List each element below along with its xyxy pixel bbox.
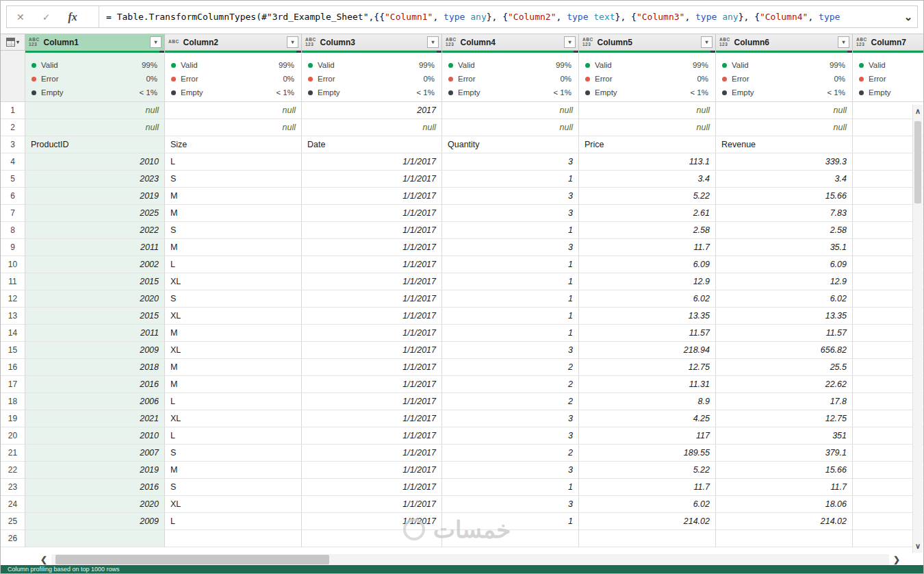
cell	[716, 530, 853, 547]
horizontal-scroll-thumb[interactable]	[55, 555, 329, 564]
table-row: 182006L1/1/201728.917.8	[1, 393, 924, 410]
cell: null	[579, 102, 716, 119]
quality-percent: 99%	[142, 61, 157, 69]
cell: S	[165, 171, 302, 188]
quality-gutter	[1, 51, 25, 102]
row-number[interactable]: 1	[1, 102, 25, 119]
column-quality-panel: Valid99%Error0%Empty< 1%	[442, 51, 579, 102]
row-number[interactable]: 26	[1, 530, 25, 547]
quality-line-error: Error0%	[442, 72, 578, 86]
row-number[interactable]: 11	[1, 273, 25, 290]
column-type-icon: ABC	[168, 40, 179, 45]
row-number[interactable]: 6	[1, 188, 25, 205]
row-number[interactable]: 14	[1, 325, 25, 342]
cell: 2002	[25, 256, 165, 273]
cell: 1/1/2017	[302, 342, 442, 359]
scroll-up-icon[interactable]: ∧	[913, 107, 923, 116]
expand-formula-bar-icon[interactable]: ⌄	[899, 12, 917, 22]
quality-label: Empty	[41, 88, 64, 97]
vertical-scroll-thumb[interactable]	[914, 121, 921, 203]
cell: 5.22	[579, 188, 716, 205]
quality-line-valid: Valid99%	[716, 58, 852, 72]
quality-line-valid: Valid99%	[165, 58, 301, 72]
cell: null	[716, 102, 853, 119]
column-header-column3[interactable]: ABC123Column3▾	[302, 34, 442, 51]
column-header-label: Column4	[461, 38, 496, 47]
fx-icon[interactable]: fx	[68, 11, 77, 23]
error-dot-icon	[585, 77, 590, 82]
cell: 1/1/2017	[302, 205, 442, 222]
horizontal-scroll-track[interactable]	[51, 554, 889, 565]
cell: 12.75	[579, 359, 716, 376]
column-header-column5[interactable]: ABC123Column5▾	[579, 34, 716, 51]
row-number[interactable]: 7	[1, 205, 25, 222]
row-number[interactable]: 12	[1, 290, 25, 308]
cell: M	[165, 205, 302, 222]
quality-label: Error	[458, 75, 476, 83]
filter-dropdown-button[interactable]: ▾	[564, 36, 576, 48]
row-number[interactable]: 23	[1, 479, 25, 496]
cell: 11.31	[579, 376, 716, 393]
row-number[interactable]: 8	[1, 222, 25, 239]
quality-line-valid: Valid99%	[442, 58, 578, 72]
scroll-down-icon[interactable]: ∨	[913, 542, 923, 551]
cell: 15.66	[716, 462, 853, 479]
row-number[interactable]: 4	[1, 153, 25, 171]
cell: null	[442, 119, 579, 136]
cell: 12.9	[716, 273, 853, 290]
column-header-column4[interactable]: ABC123Column4▾	[442, 34, 579, 51]
confirm-icon[interactable]: ✓	[42, 12, 51, 23]
empty-dot-icon	[31, 90, 36, 95]
filter-dropdown-button[interactable]: ▾	[287, 36, 298, 48]
cell: L	[165, 393, 302, 410]
row-number[interactable]: 21	[1, 445, 25, 462]
table-row: 82022S1/1/201712.582.58	[1, 222, 924, 239]
cell: 5.22	[579, 462, 716, 479]
row-number[interactable]: 9	[1, 239, 25, 256]
cell	[302, 530, 442, 547]
column-header-column7[interactable]: ABC123Column7▾	[853, 34, 924, 51]
horizontal-scrollbar[interactable]: ❮ ❯	[36, 553, 904, 566]
row-number[interactable]: 24	[1, 496, 25, 513]
formula-input[interactable]: = Table.TransformColumnTypes(#"3rd_Examp…	[99, 12, 899, 22]
cancel-icon[interactable]: ✕	[16, 12, 25, 23]
cell: 3	[442, 342, 579, 359]
column-header-column6[interactable]: ABC123Column6▾	[716, 34, 853, 51]
row-number[interactable]: 2	[1, 119, 25, 136]
filter-dropdown-button[interactable]: ▾	[427, 36, 439, 48]
table-row: 122020S1/1/201716.026.02	[1, 290, 924, 308]
row-number[interactable]: 5	[1, 171, 25, 188]
quality-label: Error	[869, 75, 886, 83]
formula-bar: ✕ ✓ fx = Table.TransformColumnTypes(#"3r…	[6, 5, 918, 28]
row-number[interactable]: 13	[1, 308, 25, 325]
column-header-column2[interactable]: ABCColumn2▾	[165, 34, 302, 51]
filter-dropdown-button[interactable]: ▾	[838, 36, 849, 48]
row-number[interactable]: 16	[1, 359, 25, 376]
cell: 3	[442, 496, 579, 513]
table-row: 3ProductIDSizeDateQuantityPriceRevenue	[1, 136, 924, 153]
row-number[interactable]: 19	[1, 410, 25, 427]
filter-dropdown-button[interactable]: ▾	[701, 36, 713, 48]
filter-dropdown-button[interactable]: ▾	[150, 36, 162, 48]
scroll-right-icon[interactable]: ❯	[889, 555, 904, 564]
cell: 12.75	[716, 410, 853, 427]
vertical-scrollbar[interactable]: ∧ ∨	[912, 105, 923, 553]
row-number[interactable]: 20	[1, 427, 25, 445]
row-number[interactable]: 17	[1, 376, 25, 393]
column-header-label: Column2	[183, 38, 218, 47]
empty-dot-icon	[859, 90, 864, 95]
row-number[interactable]: 15	[1, 342, 25, 359]
header-row: ▾ ABC123Column1▾ABCColumn2▾ABC123Column3…	[1, 34, 924, 51]
row-number[interactable]: 18	[1, 393, 25, 410]
table-menu-button[interactable]: ▾	[1, 34, 25, 51]
row-number[interactable]: 10	[1, 256, 25, 273]
table-row: 232016S1/1/2017111.711.7	[1, 479, 924, 496]
row-number[interactable]: 25	[1, 513, 25, 530]
row-number[interactable]: 22	[1, 462, 25, 479]
quality-label: Error	[41, 75, 59, 83]
column-header-column1[interactable]: ABC123Column1▾	[25, 34, 165, 51]
row-number[interactable]: 3	[1, 136, 25, 153]
quality-line-valid: Valid99%	[579, 58, 715, 72]
scroll-left-icon[interactable]: ❮	[36, 555, 51, 564]
quality-line-empty: Empty	[853, 86, 924, 99]
